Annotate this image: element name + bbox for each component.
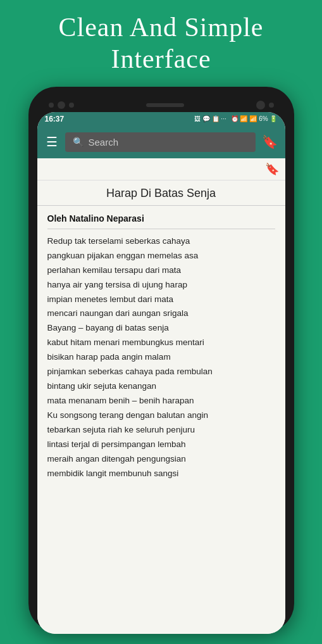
status-icons: 🖼 💬 📋 ··· ⏰ 📶 📶 6% 🔋 (194, 115, 277, 122)
poem-line: Redup tak terselami seberkas cahaya (47, 234, 275, 249)
dot-4 (269, 103, 274, 108)
poem-line: Ku songsong terang dengan balutan angin (47, 408, 275, 423)
poem-line: mata menanam benih – benih harapan (47, 394, 275, 408)
dot-2 (58, 101, 65, 109)
status-time: 16:37 (45, 115, 65, 123)
dot-1 (49, 103, 54, 108)
app-toolbar: ☰ 🔍 Search 🔖 (37, 126, 285, 158)
poem-line: pangkuan pijakan enggan memelas asa (47, 249, 275, 263)
search-icon: 🔍 (73, 137, 84, 148)
notification-icons: 🖼 💬 📋 ··· (194, 115, 226, 122)
poem-lines: Redup tak terselami seberkas cahayapangk… (47, 234, 275, 481)
poem-author: Oleh Natalino Neparasi (47, 213, 275, 229)
bookmark-icon[interactable]: 🔖 (262, 134, 278, 149)
poem-line: membidik langit membunuh sangsi (47, 467, 275, 481)
content-top-bar: 🔖 (37, 158, 285, 180)
poem-line: bintang ukir sejuta kenangan (47, 379, 275, 394)
menu-icon[interactable]: ☰ (45, 133, 59, 151)
dot-3 (69, 103, 74, 108)
bookmark-corner-icon[interactable]: 🔖 (265, 162, 279, 176)
phone-wrapper: 16:37 🖼 💬 📋 ··· ⏰ 📶 📶 6% 🔋 ☰ 🔍 Search 🔖 (28, 87, 294, 631)
poem-line: lintasi terjal di persimpangan lembah (47, 438, 275, 452)
content-area: 🔖 Harap Di Batas Senja Oleh Natalino Nep… (37, 158, 285, 634)
search-bar[interactable]: 🔍 Search (65, 132, 256, 152)
phone-camera-row (36, 98, 287, 112)
front-camera (256, 101, 265, 110)
phone-frame: 16:37 🖼 💬 📋 ··· ⏰ 📶 📶 6% 🔋 ☰ 🔍 Search 🔖 (28, 87, 294, 631)
poem-line: impian menetes lembut dari mata (47, 293, 275, 307)
hero-title: Clean And Simple Interface (0, 0, 322, 82)
poem-line: tebarkan sejuta riah ke seluruh penjuru (47, 423, 275, 438)
search-placeholder-text: Search (89, 137, 119, 148)
signal-icons: ⏰ 📶 📶 (231, 115, 257, 122)
poem-line: Bayang – bayang di batas senja (47, 321, 275, 336)
poem-line: pinjamkan seberkas cahaya pada rembulan (47, 365, 275, 379)
status-bar: 16:37 🖼 💬 📋 ··· ⏰ 📶 📶 6% 🔋 (37, 112, 285, 126)
poem-line: perlahan kemilau tersapu dari mata (47, 263, 275, 278)
poem-line: bisikan harap pada angin malam (47, 350, 275, 365)
speaker (146, 103, 184, 107)
poem-title: Harap Di Batas Senja (37, 180, 285, 206)
poem-line: hanya air yang tersisa di ujung harap (47, 278, 275, 293)
poem-body: Oleh Natalino Neparasi Redup tak tersela… (37, 206, 285, 489)
phone-screen: 16:37 🖼 💬 📋 ··· ⏰ 📶 📶 6% 🔋 ☰ 🔍 Search 🔖 (37, 112, 285, 634)
battery-text: 6% 🔋 (259, 115, 277, 122)
poem-line: kabut hitam menari membungkus mentari (47, 336, 275, 350)
poem-line: meraih angan ditengah pengungsian (47, 452, 275, 467)
poem-line: mencari naungan dari aungan srigala (47, 306, 275, 321)
